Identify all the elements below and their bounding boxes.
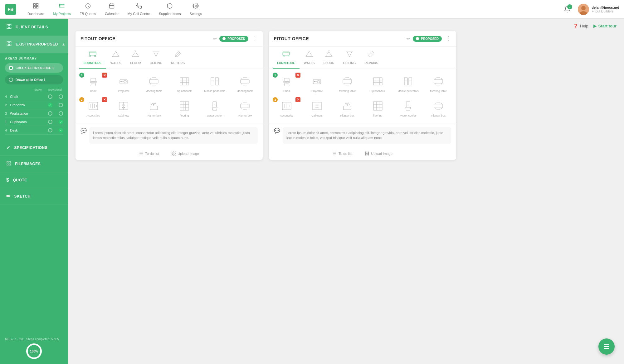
- furniture-item-meeting-table[interactable]: Meeting table: [139, 71, 169, 96]
- remove-button[interactable]: ✕: [102, 97, 107, 102]
- tab-repairs[interactable]: REPAIRS: [167, 47, 189, 69]
- furniture-item-planter-box2[interactable]: Planter box: [230, 96, 260, 121]
- nav-fb-quotes[interactable]: FB Quotes: [76, 1, 100, 17]
- drawn-all-button[interactable]: Drawn all in Office 1: [5, 75, 63, 84]
- svg-rect-55: [215, 78, 218, 85]
- sidebar-item-file-images[interactable]: FILE/IMAGES: [0, 156, 68, 172]
- check-all-button[interactable]: CHECK ALL IN OFFUCE 1: [5, 63, 63, 73]
- furniture-item-flooring[interactable]: flooring: [169, 96, 199, 121]
- provisional-radio[interactable]: [59, 94, 63, 99]
- note-text[interactable]: Lorem ipsum dolor sit amet, consectetur …: [89, 127, 258, 144]
- areas-table-header: drawn provisional: [5, 88, 63, 91]
- area-count: 3: [5, 112, 10, 115]
- sidebar-item-quote[interactable]: $ QUOTE: [0, 172, 68, 188]
- furniture-item-flooring[interactable]: flooring: [363, 96, 393, 121]
- user-company: Fitout Builders: [592, 9, 619, 13]
- nav-calendar[interactable]: Calendar: [101, 1, 123, 17]
- water-cooler-label: Water cooler: [400, 114, 416, 117]
- edit-icon[interactable]: ✏: [407, 36, 410, 41]
- furniture-item-meeting-table2[interactable]: Meeting table: [230, 71, 260, 96]
- card-menu-button[interactable]: ⋮: [252, 35, 258, 42]
- upload-action[interactable]: 🖼 Upload Image: [365, 151, 392, 156]
- note-text[interactable]: Lorem ipsum dolor sit amet, consectetur …: [283, 127, 451, 144]
- remove-button[interactable]: ✕: [295, 73, 300, 78]
- furniture-item-meeting-table2[interactable]: Meeting table: [423, 71, 454, 96]
- tab-ceiling[interactable]: CEILING: [339, 47, 360, 69]
- nav-call-centre-label: My Call Centre: [128, 12, 150, 16]
- proposed-toggle[interactable]: PROPOSED: [219, 36, 248, 42]
- tab-floor[interactable]: FLOOR: [126, 47, 145, 69]
- nav-supplier-items[interactable]: Supplier Items: [155, 1, 184, 17]
- nav-dashboard[interactable]: Dashboard: [24, 1, 48, 17]
- furniture-item-projector[interactable]: Projector: [108, 71, 139, 96]
- tab-walls[interactable]: WALLS: [300, 47, 319, 69]
- provisional-radio[interactable]: [59, 120, 63, 124]
- sidebar-item-specifications[interactable]: ✓ SPECIFICATIONS: [0, 140, 68, 156]
- todo-icon: ☰: [333, 151, 337, 156]
- provisional-radio[interactable]: [59, 128, 63, 132]
- drawn-radio[interactable]: [48, 128, 52, 132]
- help-button[interactable]: ❓ Help: [573, 24, 588, 28]
- furniture-item-cabinets[interactable]: Cabinets: [108, 96, 139, 121]
- fb-quotes-icon: [85, 3, 91, 11]
- svg-rect-148: [373, 102, 382, 110]
- card-tabs: FURNITURE WALLS FLOOR CEILING REPAIRS: [269, 47, 456, 69]
- furniture-item-water-cooler[interactable]: Water cooler: [393, 96, 423, 121]
- furniture-item-projector[interactable]: Projector: [302, 71, 332, 96]
- remove-button[interactable]: ✕: [102, 73, 107, 78]
- drawn-radio[interactable]: [48, 120, 52, 124]
- provisional-radio[interactable]: [59, 111, 63, 116]
- tab-walls[interactable]: WALLS: [106, 47, 126, 69]
- nav-right: 7 dejan@ipocs.net Fitout Builders: [562, 4, 619, 15]
- accoustics-icon: [280, 99, 294, 113]
- nav-my-projects[interactable]: My Projects: [49, 1, 75, 17]
- svg-point-9: [195, 5, 197, 7]
- tab-ceiling[interactable]: CEILING: [145, 47, 167, 69]
- furniture-item-meeting-table[interactable]: Meeting table: [332, 71, 363, 96]
- furniture-item-cabinets[interactable]: Cabinets: [302, 96, 332, 121]
- edit-icon[interactable]: ✏: [213, 36, 217, 41]
- card-menu-button[interactable]: ⋮: [446, 35, 451, 42]
- nav-call-centre[interactable]: My Call Centre: [124, 1, 154, 17]
- drawn-radio[interactable]: [48, 111, 52, 116]
- proposed-toggle[interactable]: PROPOSED: [413, 36, 442, 42]
- furniture-item-splashback[interactable]: Splashback: [169, 71, 199, 96]
- furniture-item-planter-box[interactable]: Planter box: [139, 96, 169, 121]
- furniture-item-splashback[interactable]: Splashback: [363, 71, 393, 96]
- furniture-item-chair[interactable]: 1 ✕ Chair: [78, 71, 108, 96]
- tab-furniture[interactable]: FURNITURE: [273, 47, 300, 69]
- sidebar-item-client-details[interactable]: CLIENT DETAILS: [0, 19, 68, 36]
- area-count: 2: [5, 103, 10, 107]
- todo-action[interactable]: ☰ To-do list: [333, 151, 352, 156]
- area-radio-group: [48, 94, 63, 99]
- sidebar-item-sketch[interactable]: ✏ SKETCH: [0, 188, 68, 204]
- furniture-item-planter-box[interactable]: Planter box: [332, 96, 363, 121]
- fab-button[interactable]: [598, 338, 615, 355]
- furniture-item-accoustics[interactable]: 2 ✕ Accoustics: [78, 96, 108, 121]
- remove-button[interactable]: ✕: [295, 97, 300, 102]
- drawn-radio[interactable]: [48, 103, 52, 107]
- nav-settings[interactable]: Settings: [186, 1, 206, 17]
- furniture-item-planter-box2[interactable]: Planter box: [423, 96, 454, 121]
- svg-rect-101: [284, 78, 289, 81]
- file-images-icon: [6, 161, 11, 167]
- tab-floor[interactable]: FLOOR: [319, 47, 339, 69]
- user-menu[interactable]: dejan@ipocs.net Fitout Builders: [578, 4, 619, 15]
- card-header-1: FITOUT OFFICE ✏ PROPOSED ⋮: [76, 31, 263, 47]
- furniture-item-accoustics[interactable]: 2 ✕ Accoustics: [271, 96, 302, 121]
- furniture-item-water-cooler[interactable]: Water cooler: [199, 96, 230, 121]
- todo-action[interactable]: ☰ To-do list: [139, 151, 159, 156]
- drawn-radio[interactable]: [48, 94, 52, 99]
- furniture-item-mobile-pedestals[interactable]: Mobile pedestals: [393, 71, 423, 96]
- furniture-item-mobile-pedestals[interactable]: Mobile pedestals: [199, 71, 230, 96]
- start-tour-button[interactable]: ▶ Start tour: [593, 24, 617, 28]
- furniture-item-chair[interactable]: 1 ✕ Chair: [271, 71, 302, 96]
- tab-furniture[interactable]: FURNITURE: [79, 47, 106, 69]
- notification-button[interactable]: 7: [562, 4, 573, 15]
- upload-action[interactable]: 🖼 Upload Image: [171, 151, 199, 156]
- provisional-radio[interactable]: [59, 103, 63, 107]
- sidebar-item-existing-proposed[interactable]: EXISTING/PROPOSED ▲: [0, 36, 68, 53]
- svg-rect-23: [7, 164, 8, 165]
- svg-rect-154: [434, 104, 443, 108]
- tab-repairs[interactable]: REPAIRS: [360, 47, 383, 69]
